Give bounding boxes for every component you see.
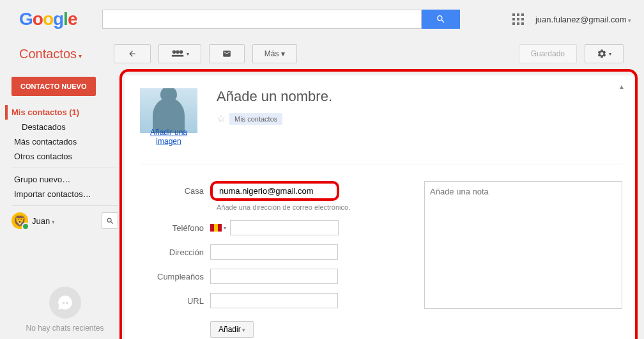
sidebar-search-button[interactable]: [102, 212, 118, 229]
settings-button[interactable]: ▾: [585, 44, 624, 63]
user-email-menu[interactable]: juan.fulanez@gmail.com: [535, 15, 631, 24]
email-button[interactable]: [209, 44, 245, 63]
groups-button[interactable]: ▾: [158, 44, 201, 63]
no-chats-label: No hay chats recientes: [12, 324, 118, 333]
email-label[interactable]: Casa: [140, 186, 210, 196]
group-icon: [171, 49, 185, 58]
sidebar-item-my-contacts[interactable]: Mis contactos (1): [5, 105, 118, 120]
sidebar-item-import[interactable]: Importar contactos…: [12, 187, 118, 201]
back-button[interactable]: [114, 44, 151, 63]
spain-flag-icon: [210, 224, 222, 232]
address-input[interactable]: [210, 244, 338, 260]
google-logo[interactable]: Google: [19, 9, 77, 29]
envelope-icon: [221, 49, 233, 58]
profile-avatar[interactable]: 🦁: [12, 212, 28, 229]
gear-icon: [597, 49, 607, 59]
contact-name-placeholder[interactable]: Añade un nombre.: [217, 88, 622, 105]
more-button[interactable]: Más ▾: [252, 44, 297, 63]
url-label[interactable]: URL: [140, 296, 210, 306]
svg-rect-3: [172, 55, 183, 57]
add-field-button[interactable]: Añadir: [210, 321, 254, 338]
group-tag[interactable]: Mis contactos: [229, 113, 282, 125]
address-label[interactable]: Dirección: [140, 248, 210, 257]
search-input[interactable]: [102, 10, 422, 29]
apps-icon[interactable]: [512, 13, 524, 25]
svg-point-2: [180, 51, 183, 54]
add-image-link[interactable]: Añadir una imagen: [140, 128, 197, 146]
phone-input[interactable]: [230, 220, 339, 235]
svg-point-0: [172, 51, 176, 54]
new-contact-button[interactable]: CONTACTO NUEVO: [12, 77, 96, 96]
search-button[interactable]: [422, 10, 460, 29]
contact-avatar[interactable]: [140, 88, 197, 133]
reply-arrow-icon: [126, 49, 139, 58]
svg-point-1: [176, 51, 180, 54]
sidebar-item-most-contacted[interactable]: Más contactados: [12, 134, 118, 149]
contact-card: ▲ Añadir una imagen Añade un nombre. ☆ M…: [125, 75, 638, 339]
email-input[interactable]: [210, 181, 339, 201]
contacts-title-dropdown[interactable]: Contactos: [19, 47, 82, 61]
birthday-input[interactable]: [210, 269, 338, 284]
country-flag-select[interactable]: ▾: [210, 224, 226, 232]
sidebar-item-other-contacts[interactable]: Otros contactos: [12, 149, 118, 164]
note-textarea[interactable]: [424, 181, 622, 309]
toolbar: Contactos ▾ Más ▾ Guardado ▾: [0, 38, 644, 69]
search-icon: [436, 14, 446, 24]
header: Google juan.fulanez@gmail.com: [0, 0, 644, 38]
phone-label[interactable]: Teléfono: [140, 223, 210, 233]
sidebar: CONTACTO NUEVO Mis contactos (1) Destaca…: [0, 69, 125, 339]
saved-status: Guardado: [519, 44, 577, 63]
url-input[interactable]: [210, 293, 338, 308]
email-hint[interactable]: Añade una dirección de correo electrónic…: [217, 203, 409, 211]
birthday-label[interactable]: Cumpleaños: [140, 272, 210, 281]
scroll-up-icon[interactable]: ▲: [618, 83, 625, 90]
search-icon: [106, 217, 114, 225]
profile-name-dropdown[interactable]: Juan: [32, 216, 98, 226]
sidebar-item-featured[interactable]: Destacados: [12, 120, 118, 134]
hangouts-icon: [49, 287, 81, 319]
sidebar-item-new-group[interactable]: Grupo nuevo…: [12, 172, 118, 187]
star-icon[interactable]: ☆: [217, 113, 226, 125]
